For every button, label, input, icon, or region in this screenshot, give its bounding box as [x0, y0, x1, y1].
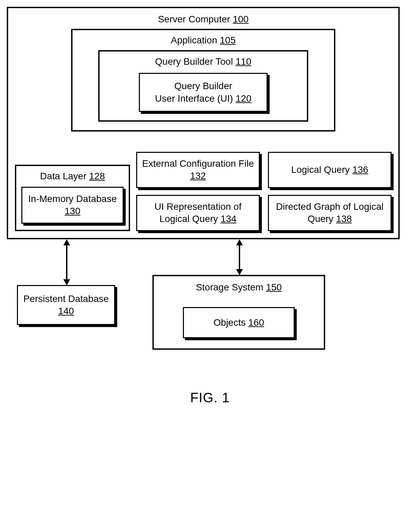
figure-label: FIG. 1 [7, 390, 413, 405]
persist-text: Persistent Database 140 [21, 293, 111, 318]
objects-text: Objects 160 [187, 317, 290, 329]
qbt-ref: 110 [235, 56, 251, 67]
qbui-line2: User Interface (UI) [155, 93, 233, 104]
ui-rep-line1: UI Representation of [154, 201, 241, 212]
storage-system-box: Storage System 150 Objects 160 [152, 275, 325, 350]
server-label: Server Computer [158, 14, 230, 24]
in-mem-text: In-Memory Database 130 [26, 193, 119, 218]
server-ref: 100 [233, 14, 249, 24]
objects-box: Objects 160 [183, 307, 295, 338]
qbui-line1: Query Builder [174, 81, 232, 91]
persist-ref: 140 [58, 306, 74, 316]
logical-query-ref: 136 [352, 164, 368, 175]
storage-ref: 150 [266, 282, 282, 292]
in-mem-label: In-Memory Database [28, 194, 117, 204]
logical-query-label: Logical Query [291, 164, 350, 175]
data-layer-label: Data Layer [40, 171, 86, 181]
ui-rep-text: UI Representation of Logical Query 134 [154, 201, 241, 225]
qbui-text: Query Builder User Interface (UI) 120 [147, 80, 260, 105]
application-label: Application [171, 35, 217, 45]
dir-graph-line2: Query [308, 214, 333, 224]
query-builder-ui-box: Query Builder User Interface (UI) 120 [139, 73, 268, 112]
persistent-database-box: Persistent Database 140 [17, 285, 115, 325]
ext-config-text: External Configuration File 132 [142, 158, 254, 182]
ui-rep-line2: Logical Query [160, 214, 218, 224]
objects-label: Objects [213, 317, 246, 328]
arrow-connector-right [239, 243, 240, 270]
ext-config-label: External Configuration File [142, 158, 254, 169]
application-box: Application 105 Query Builder Tool 110 Q… [71, 29, 335, 131]
application-title: Application 105 [79, 34, 327, 46]
storage-label: Storage System [196, 282, 263, 292]
dir-graph-line1: Directed Graph of Logical [276, 201, 384, 212]
dir-graph-ref: 138 [336, 214, 352, 224]
directed-graph-box: Directed Graph of Logical Query 138 [268, 195, 392, 231]
ui-rep-ref: 134 [220, 214, 236, 224]
logical-query-box: Logical Query 136 [268, 152, 392, 188]
ext-config-ref: 132 [190, 170, 206, 181]
qbt-title: Query Builder Tool 110 [106, 56, 300, 68]
qbt-label: Query Builder Tool [155, 56, 233, 67]
arrow-head-up-icon [63, 239, 70, 245]
arrow-head-down-icon [63, 279, 70, 285]
data-layer-title: Data Layer 128 [21, 170, 124, 182]
data-layer-box: Data Layer 128 In-Memory Database 130 [15, 165, 130, 231]
server-computer-box: Server Computer 100 Application 105 Quer… [7, 7, 400, 239]
data-layer-ref: 128 [89, 171, 105, 181]
dir-graph-text: Directed Graph of Logical Query 138 [276, 201, 384, 225]
storage-title: Storage System 150 [162, 281, 315, 293]
server-title: Server Computer 100 [15, 13, 392, 25]
arrow-head-down-icon [236, 269, 243, 275]
in-mem-ref: 130 [65, 206, 81, 216]
objects-ref: 160 [248, 317, 264, 328]
qbui-ref: 120 [236, 93, 252, 104]
in-memory-db-box: In-Memory Database 130 [21, 187, 124, 224]
application-ref: 105 [220, 35, 236, 45]
ui-representation-box: UI Representation of Logical Query 134 [136, 195, 260, 231]
external-config-box: External Configuration File 132 [136, 152, 260, 188]
query-builder-tool-box: Query Builder Tool 110 Query Builder Use… [98, 50, 308, 122]
persist-label: Persistent Database [23, 293, 109, 304]
arrow-connector-left [66, 243, 67, 280]
arrow-head-up-icon [236, 239, 243, 245]
logical-query-text: Logical Query 136 [291, 164, 368, 176]
